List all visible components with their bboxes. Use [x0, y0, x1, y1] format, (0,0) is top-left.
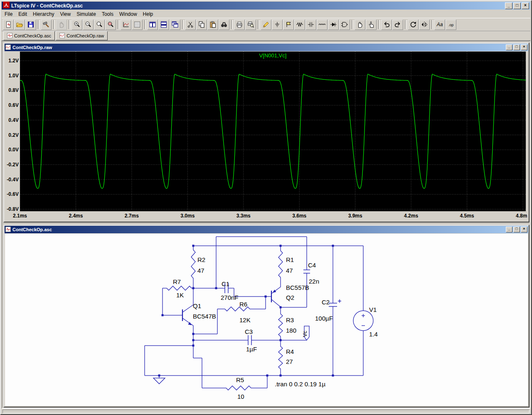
transistor-Q2[interactable] [269, 286, 281, 307]
toolbar-separator [53, 20, 55, 29]
toolbar-zoom-in-button[interactable] [71, 20, 82, 30]
save-icon [27, 21, 34, 28]
schematic-drawing[interactable]: VcR247R71KQ1BC547BC1270nFR612KC31µFR147C… [5, 234, 527, 405]
toolbar-tile-horizontal-button[interactable] [158, 20, 169, 30]
toolbar-control-panel-button[interactable] [41, 20, 52, 30]
net-label-icon [285, 21, 292, 28]
y-tick-label: 0.6V [8, 102, 19, 108]
toolbar-zoom-back-button[interactable] [83, 20, 94, 30]
capacitor-C4[interactable] [303, 270, 310, 273]
resistor-R2[interactable] [191, 250, 195, 278]
cascade-icon [171, 21, 179, 28]
toolbar-cascade-button[interactable] [170, 20, 180, 30]
component-label: C1 [222, 280, 229, 287]
menu-item-view[interactable]: View [57, 11, 74, 17]
menu-item-file[interactable]: File [2, 11, 15, 17]
resistor-R3[interactable] [278, 314, 283, 336]
toolbar-tile-vertical-button[interactable] [147, 20, 158, 30]
junction-dot [192, 333, 195, 335]
junction-dot [280, 245, 282, 247]
toolbar-mirror-button[interactable] [419, 20, 430, 30]
toolbar-halt-button[interactable] [56, 20, 67, 30]
toolbar-cut-button[interactable] [185, 20, 196, 30]
toolbar-inductor-button[interactable] [317, 20, 328, 30]
junction-dot [280, 339, 282, 341]
x-tick-label: 2.1ms [13, 213, 27, 219]
capacitor-C2[interactable] [329, 299, 341, 306]
transistor-Q1[interactable] [180, 301, 193, 329]
toolbar-capacitor-button[interactable] [305, 20, 316, 30]
maximize-button[interactable]: □ [513, 2, 521, 9]
svg-text:Aa: Aa [436, 22, 443, 27]
junction-dot [280, 375, 282, 377]
wires[interactable] [145, 237, 363, 388]
resistor-R1[interactable] [278, 251, 283, 277]
waveform-close-button[interactable]: × [521, 44, 527, 50]
menu-item-help[interactable]: Help [140, 11, 156, 17]
toolbar-copy-button[interactable] [196, 20, 207, 30]
waveform-icon [59, 33, 65, 39]
toolbar-redo-button[interactable] [392, 20, 403, 30]
waveform-maximize-button[interactable]: □ [513, 44, 520, 50]
component-label: Q1 [193, 302, 201, 309]
x-tick-label: 3.3ms [236, 213, 251, 219]
toolbar-autorange-button[interactable] [121, 20, 131, 30]
menu-item-hierarchy[interactable]: Hierarchy [30, 11, 57, 17]
toolbar-zoom-extents-button[interactable] [105, 20, 116, 30]
voltage-source-V1[interactable] [353, 311, 373, 331]
toolbar-wire-button[interactable] [261, 20, 271, 30]
resistor-R4[interactable] [278, 346, 283, 369]
schematic-canvas[interactable]: VcR247R71KQ1BC547BC1270nFR612KC31µFR147C… [5, 234, 528, 406]
toolbar: Aa.op [2, 18, 530, 31]
waveform-plot-canvas[interactable]: 1.2V1.0V0.8V0.6V0.4V0.2V0.0V-0.2V-0.4V-0… [5, 52, 527, 220]
schematic-close-button[interactable]: × [521, 227, 527, 232]
ground-icon [273, 21, 281, 28]
net-flag-vc[interactable]: Vc [302, 326, 309, 340]
toolbar-open-button[interactable] [14, 20, 25, 30]
toolbar-new-schematic-button[interactable] [3, 20, 14, 30]
toolbar-undo-button[interactable] [381, 20, 392, 30]
waveform-plot-region[interactable]: 1.2V1.0V0.8V0.6V0.4V0.2V0.0V-0.2V-0.4V-0… [5, 52, 528, 221]
toolbar-text-button[interactable]: Aa [434, 20, 445, 30]
tab-contcheckop-asc[interactable]: ContCheckOp.asc [3, 31, 55, 40]
ground-symbol[interactable] [153, 378, 165, 384]
minimize-button[interactable]: _ [505, 2, 512, 9]
toolbar-zoom-out-button[interactable] [94, 20, 105, 30]
trace-name-label[interactable]: V[N001,Vc] [259, 52, 287, 59]
toolbar-print-preview-button[interactable] [245, 20, 256, 30]
toolbar-drag-button[interactable] [366, 20, 377, 30]
tab-contcheckop-raw[interactable]: ContCheckOp.raw [56, 31, 108, 40]
toolbar-diode-button[interactable] [328, 20, 339, 30]
capacitor-C3[interactable] [248, 335, 251, 345]
schematic-maximize-button[interactable]: □ [513, 227, 520, 232]
toolbar-grid-button[interactable] [132, 20, 143, 30]
waveform-minimize-button[interactable]: _ [506, 44, 512, 50]
schematic-window-titlebar[interactable]: ContCheckOp.asc _ □ × [5, 226, 528, 233]
waveform-window-titlebar[interactable]: ContCheckOp.raw _ □ × [5, 44, 528, 51]
schematic-minimize-button[interactable]: _ [506, 227, 512, 232]
y-tick-label: 0.2V [8, 132, 19, 138]
toolbar-component-button[interactable] [339, 20, 350, 30]
toolbar-ground-button[interactable] [272, 20, 283, 30]
menu-item-tools[interactable]: Tools [99, 11, 116, 17]
toolbar-move-button[interactable] [355, 20, 365, 30]
toolbar-resistor-button[interactable] [294, 20, 305, 30]
component-label: R5 [236, 376, 244, 383]
close-button[interactable]: × [522, 2, 529, 9]
toolbar-separator [118, 20, 119, 29]
menu-item-simulate[interactable]: Simulate [74, 11, 99, 17]
menu-item-edit[interactable]: Edit [15, 11, 30, 17]
halt-icon [58, 21, 65, 28]
toolbar-spice-directive-button[interactable]: .op [446, 20, 456, 30]
toolbar-rotate-button[interactable] [408, 20, 419, 30]
toolbar-net-label-button[interactable] [283, 20, 294, 30]
toolbar-paste-button[interactable] [207, 20, 218, 30]
menu-item-window[interactable]: Window [116, 11, 140, 17]
resistor-R5[interactable] [226, 386, 251, 390]
toolbar-separator [69, 20, 70, 29]
toolbar-print-button[interactable] [234, 20, 245, 30]
toolbar-save-button[interactable] [25, 20, 36, 30]
title-bar[interactable]: LTspice IV - ContCheckOp.asc _ □ × [2, 2, 530, 10]
toolbar-find-button[interactable] [219, 20, 229, 30]
resistor-R7[interactable] [167, 286, 192, 290]
